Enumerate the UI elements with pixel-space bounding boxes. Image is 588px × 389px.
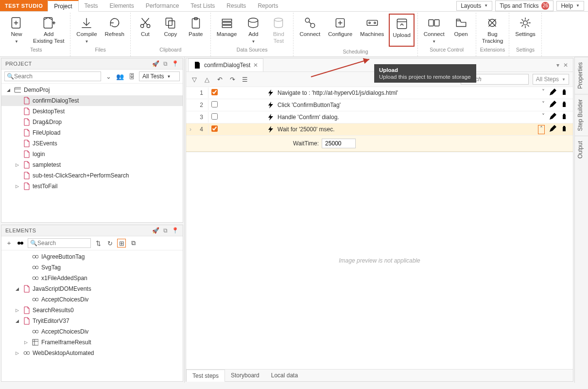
step-row[interactable]: 3Handle 'Confirm' dialog.˅ [186, 111, 573, 124]
step-expand-icon[interactable]: ˅ [542, 101, 545, 110]
collapse-icon[interactable]: ⌄ [104, 72, 113, 81]
menu-tab-reports[interactable]: Reports [252, 0, 284, 11]
step-enabled-checkbox[interactable] [211, 101, 218, 107]
step-edit-icon[interactable] [549, 88, 556, 98]
layouts-dropdown[interactable]: Layouts▼ [456, 1, 492, 11]
pin-icon[interactable]: 📍 [172, 227, 179, 234]
elements-search[interactable]: 🔍 [28, 238, 91, 248]
tree-item[interactable]: AcceptChoicesDiv [1, 326, 183, 337]
rocket-icon[interactable]: 🚀 [152, 227, 159, 234]
popout-icon[interactable]: ⧉ [163, 60, 168, 67]
bottom-tab-test-steps[interactable]: Test steps [186, 370, 225, 382]
step-row[interactable]: 1Navigate to : 'http://at-hyperv01/js/di… [186, 87, 573, 99]
tree-item[interactable]: confirmDialogTest [1, 95, 183, 106]
menu-tab-performance[interactable]: Performance [140, 0, 185, 11]
ribbon-connect[interactable]: Connect [295, 13, 324, 48]
ribbon-new[interactable]: New▼ [4, 13, 29, 46]
rocket-icon[interactable]: 🚀 [152, 60, 159, 67]
record-icon[interactable]: ☰ [241, 75, 249, 84]
menu-tab-results[interactable]: Results [221, 0, 252, 11]
link-icon[interactable] [16, 239, 25, 248]
pin-icon[interactable]: 📍 [172, 60, 179, 67]
tips-button[interactable]: Tips and Tricks 26 [495, 0, 553, 11]
steps-filter-dropdown[interactable]: All Steps▼ [533, 74, 569, 85]
expand-arrow-icon[interactable]: ◢ [14, 318, 20, 323]
step-enabled-checkbox[interactable] [211, 89, 218, 95]
project-filter-dropdown[interactable]: All Tests▼ [139, 71, 180, 81]
expand-arrow-icon[interactable]: ◢ [14, 286, 20, 291]
step-expand-icon[interactable]: ˅ [542, 88, 545, 98]
step-delete-icon[interactable] [560, 88, 568, 98]
menu-tab-tests[interactable]: Tests [79, 0, 104, 11]
ribbon-paste[interactable]: Paste [183, 13, 208, 46]
ribbon-open[interactable]: Open [449, 13, 474, 46]
tree-item[interactable]: x1FileAddedSpan [1, 273, 183, 283]
menu-tab-elements[interactable]: Elements [104, 0, 140, 11]
step-edit-icon[interactable] [549, 101, 556, 110]
ribbon-upload[interactable]: Upload [389, 14, 414, 47]
step-up-icon[interactable]: △ [203, 75, 211, 84]
undo-icon[interactable]: ↶ [215, 75, 224, 84]
tree-item[interactable]: JSEvents [1, 138, 183, 149]
ribbon-add-existing-test[interactable]: AddExisting Test [29, 13, 68, 46]
step-row[interactable]: 2Click 'ConfirmButtonTag'˅ [186, 99, 573, 111]
step-enabled-checkbox[interactable] [211, 113, 218, 120]
project-search-input[interactable] [14, 73, 99, 80]
expand-arrow-icon[interactable]: ◢ [5, 88, 11, 92]
project-search[interactable]: 🔍 [4, 71, 101, 81]
step-expand-icon[interactable]: ˅ [542, 113, 545, 122]
tree-item[interactable]: DesktopTest [1, 106, 183, 117]
menu-tab-project[interactable]: Project [48, 0, 78, 12]
help-dropdown[interactable]: Help▼ [556, 1, 584, 11]
users-icon[interactable]: 👥 [116, 72, 124, 81]
side-tab-output[interactable]: Output [575, 136, 588, 163]
bottom-tab-local-data[interactable]: Local data [265, 370, 304, 381]
step-down-icon[interactable]: ▽ [190, 75, 199, 84]
tree-item[interactable]: IAgreeButtonTag [1, 251, 183, 262]
sort-icon[interactable]: ⇅ [94, 239, 103, 248]
ribbon-manage[interactable]: Manage [213, 13, 241, 46]
tree-item[interactable]: ▷FrameIframeResult [1, 337, 183, 348]
menu-tab-test-lists[interactable]: Test Lists [185, 0, 221, 11]
ribbon-refresh[interactable]: Refresh [101, 13, 128, 46]
expand-arrow-icon[interactable]: ▷ [23, 340, 29, 345]
expand-arrow-icon[interactable]: ▷ [14, 351, 20, 355]
step-delete-icon[interactable] [560, 125, 568, 134]
step-detail-input[interactable] [322, 139, 356, 148]
step-enabled-checkbox[interactable] [211, 125, 218, 132]
tree-item[interactable]: login [1, 149, 183, 159]
popout-icon[interactable]: ⧉ [163, 227, 168, 234]
ribbon-compile[interactable]: Compile▼ [72, 13, 101, 46]
tree-item[interactable]: ◢DemoProj [1, 85, 183, 95]
tree-item[interactable]: ▷testToFail [1, 181, 183, 192]
ribbon-machines[interactable]: Machines [356, 13, 388, 48]
expand-all-icon[interactable]: ⊞ [117, 239, 126, 248]
tree-item[interactable]: SvgTag [1, 262, 183, 273]
document-tab[interactable]: confirmDialogTest ✕ [188, 58, 263, 71]
step-edit-icon[interactable] [549, 125, 556, 134]
ribbon-copy[interactable]: Copy [158, 13, 183, 46]
collapse-all-icon[interactable]: ⧉ [129, 239, 138, 248]
add-element-icon[interactable]: ＋ [4, 239, 13, 248]
tree-item[interactable]: AcceptChoicesDiv [1, 294, 183, 305]
tree-item[interactable]: sub-test-ClickSearch+PerformSearch [1, 170, 183, 181]
side-tab-properties[interactable]: Properties [575, 57, 588, 94]
tree-item[interactable]: ▷SearchResults0 [1, 305, 183, 316]
tree-item[interactable]: Drag&Drop [1, 117, 183, 127]
ribbon-bug-tracking[interactable]: BugTracking [478, 13, 507, 46]
step-expand-icon[interactable]: ˄ [538, 125, 545, 134]
close-all-icon[interactable]: ✕ [563, 62, 568, 69]
bottom-tab-storyboard[interactable]: Storyboard [225, 370, 265, 381]
expand-arrow-icon[interactable]: ▷ [14, 184, 20, 189]
step-delete-icon[interactable] [560, 113, 568, 122]
ribbon-connect[interactable]: Connect▼ [420, 13, 449, 46]
ribbon-settings[interactable]: Settings [511, 13, 539, 46]
tree-item[interactable]: ▷WebDesktopAutomated [1, 348, 183, 358]
step-edit-icon[interactable] [549, 113, 556, 122]
elements-search-input[interactable] [37, 240, 88, 247]
tree-item[interactable]: ◢JavaScriptDOMEvents [1, 283, 183, 294]
ribbon-add[interactable]: Add▼ [241, 13, 266, 46]
refresh-icon[interactable]: ↻ [105, 239, 114, 248]
step-delete-icon[interactable] [560, 101, 568, 110]
storage-icon[interactable]: 🗄 [127, 72, 136, 81]
